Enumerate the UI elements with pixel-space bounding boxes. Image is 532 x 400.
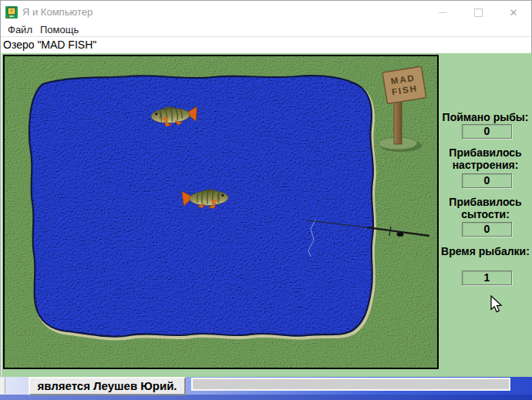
location-label: Озеро "MAD FISH" — [3, 39, 96, 51]
band-left-panel — [0, 378, 5, 394]
client-area: MAD FISH — [2, 53, 532, 378]
stat-label-fishing-time: Время рыбалки: — [439, 246, 532, 258]
stat-label-mood-gained: Прибавилось настроения: — [439, 147, 532, 171]
maximize-button[interactable] — [460, 1, 496, 24]
menu-item-file[interactable]: Файл — [8, 24, 32, 35]
location-bar: Озеро "MAD FISH" — [1, 37, 531, 53]
minimize-button[interactable] — [425, 1, 460, 24]
credits-ticker: является Леушев Юрий. — [29, 377, 186, 395]
background-window-band: является Леушев Юрий. — [0, 377, 532, 400]
game-area[interactable]: MAD FISH — [3, 55, 439, 369]
close-icon: ✕ — [510, 8, 518, 18]
minimize-icon — [439, 12, 446, 13]
stats-panel: Поймано рыбы: 0 Прибавилось настроения: … — [439, 53, 532, 378]
stat-value-fishing-time: 1 — [462, 271, 512, 285]
close-button[interactable]: ✕ — [496, 1, 531, 24]
title-bar: Я и Компьютер ✕ — [1, 1, 531, 24]
computer-icon — [5, 6, 18, 18]
screen: Я и Компьютер ✕ Файл Помощь Озеро "MAD F… — [0, 0, 532, 400]
stat-value-fish-caught: 0 — [462, 124, 512, 139]
stat-label-fish-caught: Поймано рыбы: — [439, 112, 532, 124]
stat-value-mood-gained: 0 — [462, 173, 512, 188]
progress-track — [191, 378, 510, 391]
rod-reel — [397, 232, 404, 237]
band-bottom-edge — [0, 395, 532, 400]
menu-item-help[interactable]: Помощь — [40, 24, 79, 35]
window-title: Я и Компьютер — [22, 6, 93, 18]
menu-bar: Файл Помощь — [1, 24, 531, 37]
maximize-icon — [474, 8, 483, 17]
stat-value-satiety-gained: 0 — [462, 222, 512, 237]
app-window: Я и Компьютер ✕ Файл Помощь Озеро "MAD F… — [0, 0, 532, 378]
stat-label-satiety-gained: Прибавилось сытости: — [439, 197, 532, 220]
